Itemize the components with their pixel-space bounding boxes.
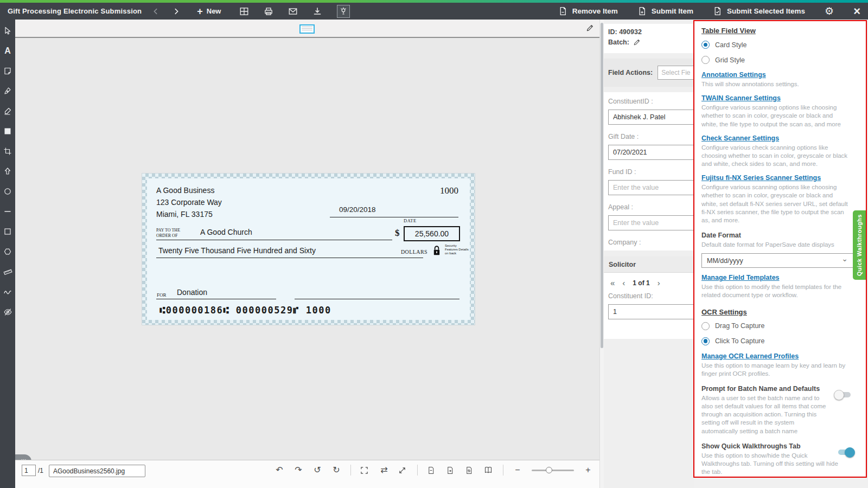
fit-width-button[interactable]: ⇄ — [379, 466, 389, 474]
edit-batch-pencil-icon[interactable] — [633, 38, 641, 46]
undo-button[interactable]: ↶ — [275, 466, 284, 474]
grid-style-option[interactable]: Grid Style — [701, 56, 858, 64]
polygon-tool[interactable] — [3, 247, 12, 256]
sticky-note-tool[interactable] — [3, 66, 12, 76]
refresh-page-button[interactable] — [465, 466, 475, 474]
measure-tool[interactable] — [3, 267, 12, 277]
check-scanner-settings-link[interactable]: Check Scanner Settings — [701, 134, 858, 142]
page-export-icon — [446, 466, 454, 474]
two-page-view-button[interactable] — [484, 466, 494, 474]
fountain-pen-icon — [3, 87, 12, 95]
drag-to-capture-option[interactable]: Drag To Capture — [701, 322, 858, 330]
date-format-select[interactable]: MM/dd/yyyy ⌄ — [701, 253, 853, 268]
scrollbar-thumb[interactable] — [601, 23, 603, 348]
twain-scanner-settings-desc: Configure various scanning options like … — [701, 104, 849, 129]
ruler-icon — [3, 267, 12, 277]
submit-selected-items-button[interactable]: Submit Selected Items — [713, 7, 805, 16]
remove-item-button[interactable]: Remove Item — [558, 7, 618, 16]
manage-field-templates-link[interactable]: Manage Field Templates — [701, 274, 858, 281]
download-button[interactable] — [312, 7, 322, 16]
arrow-tool[interactable] — [3, 166, 12, 176]
solicitor-constituent-id-input[interactable] — [608, 304, 694, 319]
manage-field-templates-desc: Use this option to modify the field temp… — [701, 283, 849, 299]
manage-ocr-learned-profiles-desc: Use this option to manage learn by key a… — [701, 362, 849, 378]
hide-annotations-tool[interactable] — [3, 307, 12, 317]
zoom-slider[interactable] — [532, 470, 574, 471]
ocr-settings-heading: OCR Settings — [701, 308, 858, 316]
crop-tool[interactable] — [3, 146, 12, 156]
new-button[interactable]: + New — [197, 7, 221, 16]
redo-button[interactable]: ↷ — [293, 466, 303, 474]
fund-id-input[interactable] — [608, 180, 694, 195]
constituentid-label: ConstituentID : — [608, 98, 690, 105]
constituentid-input[interactable] — [608, 110, 694, 125]
solicitor-header: Solicitor — [604, 256, 694, 273]
page-number-input[interactable] — [22, 465, 36, 476]
pdf-rendering-setting: Use Client-Side PDF Rendering Use this s… — [705, 476, 858, 478]
page-view-button[interactable] — [427, 466, 437, 474]
print-button[interactable] — [264, 7, 273, 16]
viewer-status-bar: /1 ↶ ↷ ↺ ↻ ⇄ − + — [15, 460, 599, 488]
zoom-slider-knob[interactable] — [546, 467, 552, 473]
pen-tool[interactable] — [3, 86, 12, 96]
radio-unchecked-icon — [701, 56, 710, 64]
edit-annotations-button[interactable] — [586, 24, 594, 32]
page-thumbnail-selected[interactable] — [299, 24, 315, 34]
highlighter-tool[interactable] — [3, 106, 12, 116]
details-scrollbar[interactable] — [599, 20, 604, 488]
gift-details-panel: ID: 490932 Batch: Field Actions: Constit… — [604, 20, 694, 488]
item-id-card: ID: 490932 Batch: — [604, 24, 694, 53]
dollars-label: DOLLARS — [401, 249, 427, 255]
filled-rectangle-tool[interactable] — [3, 126, 12, 136]
click-to-capture-option[interactable]: Click To Capture — [701, 337, 858, 345]
manage-ocr-learned-profiles-link[interactable]: Manage OCR Learned Profiles — [701, 352, 858, 360]
resize-button[interactable] — [398, 466, 408, 474]
arrow-up-icon — [3, 167, 12, 176]
check-image-viewport[interactable]: A Good Business 123 Corporate Way Miami,… — [15, 39, 599, 460]
rectangle-tool[interactable] — [3, 227, 12, 236]
grid-view-button[interactable] — [239, 7, 249, 16]
freehand-tool[interactable] — [3, 287, 12, 297]
settings-gear-button[interactable]: ⚙ — [825, 6, 834, 16]
card-style-option[interactable]: Card Style — [701, 41, 858, 49]
pager-first-button[interactable]: « — [610, 279, 615, 287]
field-actions-select[interactable] — [658, 66, 694, 80]
rotate-right-button[interactable]: ↻ — [331, 466, 341, 474]
filename-input[interactable] — [49, 465, 145, 477]
check-image[interactable]: A Good Business 123 Corporate Way Miami,… — [142, 174, 475, 325]
solicitor-constituent-id-label: Constituent ID: — [608, 292, 690, 300]
quick-walkthroughs-tab[interactable]: Quick Walkthroughs — [853, 210, 866, 280]
pager-next-button[interactable]: › — [658, 279, 660, 287]
next-item-button[interactable] — [170, 5, 183, 18]
export-page-button[interactable] — [446, 466, 456, 474]
rotate-left-button[interactable]: ↺ — [312, 466, 322, 474]
item-id: ID: 490932 — [608, 28, 690, 36]
prompt-batch-toggle-off[interactable] — [835, 392, 851, 397]
line-tool[interactable] — [3, 207, 12, 216]
annotation-settings-link[interactable]: Annotation Settings — [701, 71, 858, 79]
show-quick-walkthroughs-title: Show Quick Walkthroughs Tab — [701, 442, 838, 450]
document-minus-icon — [558, 7, 567, 16]
fit-to-screen-button[interactable] — [360, 466, 370, 474]
scan-button[interactable] — [337, 5, 350, 18]
toolbar-separator — [417, 465, 418, 476]
show-quick-walkthroughs-toggle-on[interactable] — [838, 450, 854, 455]
table-grid-icon — [239, 7, 249, 16]
pager-prev-button[interactable]: ‹ — [622, 279, 625, 287]
appeal-input[interactable] — [608, 215, 694, 230]
text-tool[interactable]: A — [3, 46, 12, 56]
submit-item-button[interactable]: Submit Item — [637, 7, 693, 16]
radio-checked-icon — [701, 337, 710, 345]
email-button[interactable] — [288, 7, 298, 16]
zoom-in-button[interactable]: + — [583, 466, 593, 474]
ellipse-tool[interactable] — [3, 187, 12, 196]
previous-item-button[interactable] — [149, 5, 162, 18]
page-icon — [427, 466, 435, 474]
twain-scanner-settings-link[interactable]: TWAIN Scanner Settings — [701, 94, 858, 102]
close-button[interactable]: × — [853, 5, 860, 17]
gift-date-input[interactable] — [608, 145, 694, 160]
fujitsu-scanner-settings-link[interactable]: Fujitsu fi-NX Series Scanner Settings — [701, 174, 858, 182]
grid-style-label: Grid Style — [715, 56, 745, 64]
select-cursor-tool[interactable] — [3, 26, 12, 36]
zoom-out-button[interactable]: − — [513, 466, 522, 474]
